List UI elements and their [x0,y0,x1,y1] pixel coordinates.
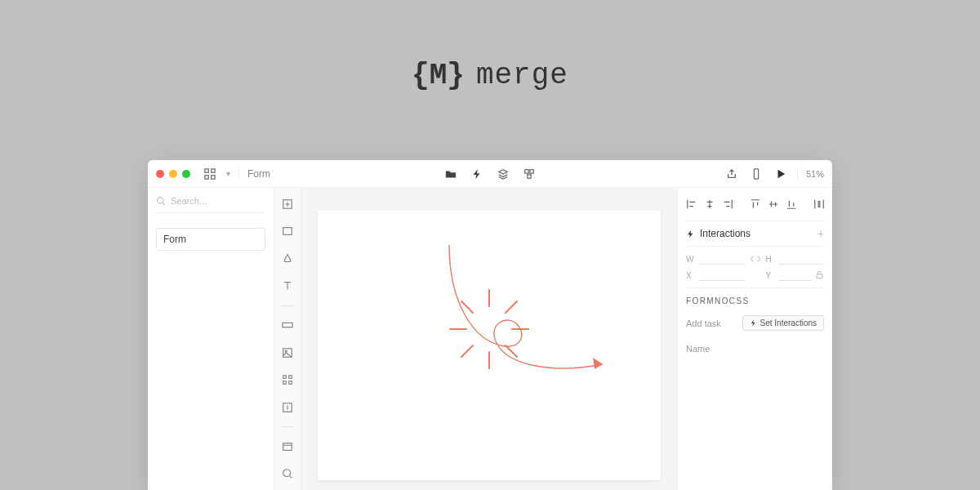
svg-line-27 [461,345,473,357]
input-icon[interactable] [279,318,296,333]
left-panel: Search... Form [148,188,274,490]
align-hcenter-icon[interactable] [704,196,715,212]
svg-rect-30 [817,274,822,278]
dashboard-grid-icon[interactable] [202,166,218,182]
svg-rect-4 [525,169,528,172]
svg-rect-1 [212,168,215,172]
align-left-icon[interactable] [686,196,697,212]
bolt-icon [686,229,695,238]
brand-name: merge [476,59,568,92]
tool-rail [274,188,301,490]
prop-label: Name [686,344,710,354]
search-placeholder: Search... [171,196,207,206]
svg-point-20 [283,470,291,477]
align-vcenter-icon[interactable] [768,196,779,212]
set-interactions-button[interactable]: Set Interactions [742,315,824,331]
close-window-button[interactable] [156,170,164,178]
titlebar: ▾ Form [148,160,832,188]
dim-x-label: X [686,271,696,280]
prop-label: Add task [686,318,721,328]
add-icon[interactable] [279,196,296,212]
image-icon[interactable] [279,345,296,360]
component-name: FORMNOCSS [686,287,824,305]
divider [238,167,239,180]
link-dimensions-icon[interactable] [748,254,763,264]
x-field[interactable] [699,270,745,281]
panel-icon[interactable] [279,439,296,454]
svg-point-8 [158,198,164,204]
play-icon[interactable] [773,166,789,182]
svg-rect-0 [205,168,208,172]
divider [280,305,295,306]
svg-rect-16 [283,381,287,385]
document-title: Form [247,168,270,180]
brand-mark-icon: {M} [412,59,465,92]
svg-line-28 [506,345,517,357]
interactions-section-header[interactable]: Interactions + [686,220,824,247]
divider [280,426,295,427]
search-input[interactable]: Search... [156,196,265,213]
align-right-icon[interactable] [722,196,733,212]
align-top-icon[interactable] [750,196,761,212]
device-icon[interactable] [748,166,764,182]
layers-icon[interactable] [495,166,511,182]
traffic-lights [156,170,190,178]
svg-rect-5 [530,169,533,172]
svg-rect-11 [283,323,292,327]
svg-point-13 [285,350,287,352]
height-field[interactable] [779,253,825,265]
svg-line-25 [461,301,473,313]
y-field[interactable] [779,270,813,281]
folder-icon[interactable] [443,166,459,182]
prop-row-add-task: Add task Set Interactions [686,312,824,334]
svg-rect-3 [212,175,215,178]
dim-w-label: W [686,255,696,264]
zoom-window-button[interactable] [182,170,190,178]
canvas[interactable] [301,188,677,490]
instance-icon[interactable] [279,372,296,387]
brand: {M} merge [412,59,568,92]
share-icon[interactable] [724,166,740,182]
text-icon[interactable] [279,278,296,293]
chevron-down-icon[interactable]: ▾ [226,169,230,178]
components-icon[interactable] [521,166,537,182]
align-bottom-icon[interactable] [786,196,797,212]
svg-rect-14 [283,376,287,379]
zoom-level[interactable]: 51% [797,169,824,179]
alignment-row [686,194,824,214]
loading-spinner-icon [440,280,538,378]
search-icon[interactable] [279,466,296,482]
pen-icon[interactable] [279,251,296,266]
minimize-window-button[interactable] [169,170,177,178]
svg-rect-17 [289,381,292,385]
rectangle-icon[interactable] [279,223,296,238]
svg-rect-6 [528,174,531,177]
right-panel: Interactions + W H X Y FORMNOCSS [677,188,832,490]
frame-icon[interactable] [279,399,296,415]
distribute-h-icon[interactable] [813,196,825,212]
bolt-icon [750,319,757,327]
lock-position-icon[interactable] [815,270,824,281]
bolt-icon[interactable] [469,166,485,182]
distribute-v-icon[interactable] [831,196,832,212]
svg-rect-15 [289,376,292,379]
dimensions-group: W H X Y [686,253,824,281]
dim-y-label: Y [766,271,776,280]
svg-rect-2 [205,175,208,178]
svg-line-26 [506,301,517,313]
interactions-label: Interactions [700,228,751,239]
artboard-form[interactable] [318,211,661,480]
svg-rect-7 [754,168,758,178]
svg-rect-19 [283,443,292,451]
dim-h-label: H [766,255,776,264]
width-field[interactable] [699,253,745,265]
app-window: ▾ Form [148,160,832,490]
layer-item-form[interactable]: Form [156,228,265,251]
set-interactions-label: Set Interactions [760,318,817,327]
add-interaction-button[interactable]: + [817,227,824,240]
svg-rect-10 [283,228,292,235]
prop-row-name: Name [686,341,824,357]
